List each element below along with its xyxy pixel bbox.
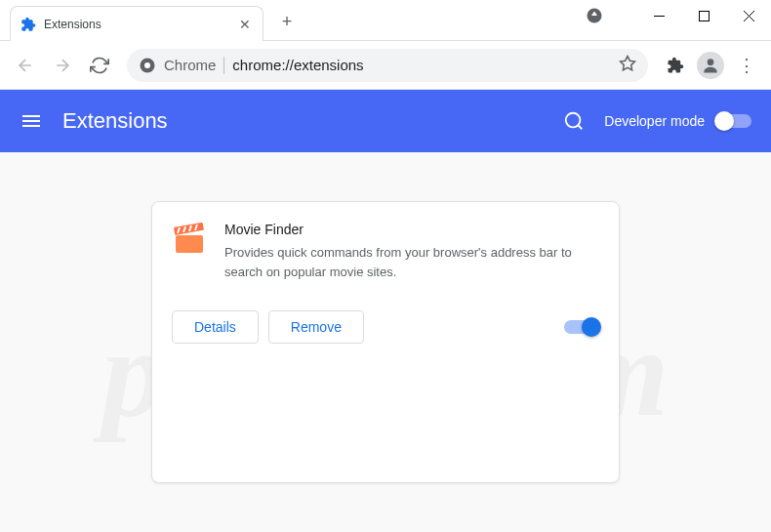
clapperboard-icon xyxy=(172,222,207,257)
developer-mode-section: Developer mode xyxy=(604,113,751,129)
extensions-header: Extensions Developer mode xyxy=(0,90,771,152)
svg-point-8 xyxy=(708,59,714,65)
details-button[interactable]: Details xyxy=(172,310,259,344)
page-title: Extensions xyxy=(62,108,544,134)
developer-mode-label: Developer mode xyxy=(604,113,705,129)
svg-rect-2 xyxy=(699,11,709,20)
card-body: Movie Finder Provides quick commands fro… xyxy=(152,202,619,301)
guest-icon[interactable] xyxy=(572,0,617,31)
browser-tab[interactable]: Extensions ✕ xyxy=(10,6,264,41)
puzzle-icon xyxy=(20,17,36,32)
svg-marker-7 xyxy=(621,56,635,69)
tab-title: Extensions xyxy=(44,18,229,31)
menu-button[interactable]: ⋮ xyxy=(730,50,761,81)
window-titlebar: Extensions ✕ + xyxy=(0,0,771,41)
extensions-button[interactable] xyxy=(660,50,691,81)
new-tab-button[interactable]: + xyxy=(273,8,301,35)
chrome-icon xyxy=(139,57,156,74)
svg-point-6 xyxy=(144,62,150,68)
svg-point-9 xyxy=(566,113,581,128)
extension-enable-toggle[interactable] xyxy=(564,320,599,334)
browser-toolbar: Chrome chrome://extensions ⋮ xyxy=(0,41,771,90)
svg-rect-11 xyxy=(176,235,203,253)
url-path: chrome://extensions xyxy=(232,57,363,73)
url-prefix: Chrome xyxy=(164,57,216,73)
svg-line-10 xyxy=(579,125,583,129)
extension-card: Movie Finder Provides quick commands fro… xyxy=(151,201,620,483)
extension-description: Provides quick commands from your browse… xyxy=(224,243,599,281)
card-text: Movie Finder Provides quick commands fro… xyxy=(224,222,599,281)
window-controls xyxy=(572,0,771,31)
bookmark-star-icon[interactable] xyxy=(619,55,636,76)
extension-name: Movie Finder xyxy=(224,222,599,237)
card-footer: Details Remove xyxy=(152,301,619,359)
back-button[interactable] xyxy=(10,50,41,81)
address-bar[interactable]: Chrome chrome://extensions xyxy=(127,49,648,82)
content-area: PC pcrisk.com Movie Finder Provides quic… xyxy=(0,152,771,532)
hamburger-icon[interactable] xyxy=(20,109,43,133)
maximize-button[interactable] xyxy=(681,0,726,31)
profile-avatar[interactable] xyxy=(697,52,724,79)
minimize-button[interactable] xyxy=(636,0,681,31)
close-window-button[interactable] xyxy=(726,0,771,31)
reload-button[interactable] xyxy=(84,50,115,81)
remove-button[interactable]: Remove xyxy=(268,310,364,344)
forward-button[interactable] xyxy=(47,50,78,81)
close-icon[interactable]: ✕ xyxy=(237,17,253,32)
url-divider xyxy=(223,57,224,74)
url-text: Chrome chrome://extensions xyxy=(164,57,611,74)
developer-mode-toggle[interactable] xyxy=(716,114,751,128)
search-icon[interactable] xyxy=(563,110,585,132)
